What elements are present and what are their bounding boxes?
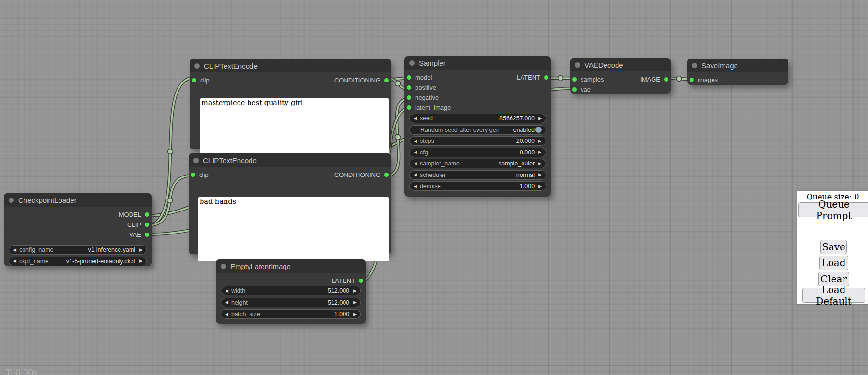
decrement-arrow-icon[interactable]: ◀ xyxy=(13,259,16,263)
input-slot-samples[interactable]: samples xyxy=(572,76,604,83)
increment-arrow-icon[interactable]: ▶ xyxy=(353,289,357,293)
decrement-arrow-icon[interactable]: ◀ xyxy=(414,173,417,177)
output-slot-model[interactable]: MODEL xyxy=(4,210,152,219)
decrement-arrow-icon[interactable]: ◀ xyxy=(13,248,16,252)
node-title-bar[interactable]: CLIPTextEncode xyxy=(189,153,391,167)
node-title-bar[interactable]: CheckpointLoader xyxy=(4,193,152,207)
input-slot-clip[interactable]: clip xyxy=(191,171,209,178)
output-slot-latent[interactable]: LATENT xyxy=(517,74,548,81)
slot-dot[interactable] xyxy=(359,279,363,283)
widget-label: batch_size xyxy=(231,311,260,317)
increment-arrow-icon[interactable]: ▶ xyxy=(538,139,542,143)
decrement-arrow-icon[interactable]: ◀ xyxy=(225,312,228,316)
node-canvas[interactable]: T: 0.00s xyxy=(0,0,868,375)
slot-dot[interactable] xyxy=(544,75,548,80)
node-title-bar[interactable]: CLIPTextEncode xyxy=(190,59,391,72)
decrement-arrow-icon[interactable]: ◀ xyxy=(414,184,417,188)
toggle-indicator-icon[interactable] xyxy=(535,127,542,133)
collapse-dot-icon[interactable] xyxy=(692,63,697,68)
collapse-dot-icon[interactable] xyxy=(9,198,14,203)
prompt-textarea[interactable]: masterpiece best quality girl xyxy=(200,98,389,155)
collapse-dot-icon[interactable] xyxy=(409,60,415,66)
collapse-dot-icon[interactable] xyxy=(193,158,199,163)
increment-arrow-icon[interactable]: ▶ xyxy=(538,162,542,166)
slot-dot[interactable] xyxy=(145,233,149,237)
decrement-arrow-icon[interactable]: ◀ xyxy=(414,162,417,166)
widget-height[interactable]: ◀ height 512.000 ▶ xyxy=(221,298,361,307)
decrement-arrow-icon[interactable]: ◀ xyxy=(414,117,417,121)
widget-steps[interactable]: ◀ steps 20.000 ▶ xyxy=(409,136,546,146)
node-emptylatentimage[interactable]: EmptyLatentImage LATENT ◀ width 512.000 … xyxy=(216,259,366,324)
node-vaedecode[interactable]: VAEDecode samples IMAGE vae xyxy=(570,58,671,94)
widget-value: 512.000 xyxy=(328,299,349,306)
input-slot-negative[interactable]: negative xyxy=(404,93,551,102)
slot-dot[interactable] xyxy=(407,95,411,100)
increment-arrow-icon[interactable]: ▶ xyxy=(353,312,357,316)
increment-arrow-icon[interactable]: ▶ xyxy=(139,259,143,263)
slot-dot[interactable] xyxy=(191,173,195,177)
widget-config-name[interactable]: ◀ config_name v1-inference.yaml ▶ xyxy=(9,245,147,255)
slot-dot[interactable] xyxy=(407,85,411,90)
increment-arrow-icon[interactable]: ▶ xyxy=(538,117,542,121)
output-slot-conditioning[interactable]: CONDITIONING xyxy=(334,171,389,178)
widget-random-seed-toggle[interactable]: Random seed after every gen enabled xyxy=(409,125,546,135)
slot-dot[interactable] xyxy=(572,87,577,92)
collapse-dot-icon[interactable] xyxy=(575,62,580,68)
collapse-dot-icon[interactable] xyxy=(194,63,200,69)
node-saveimage[interactable]: SaveImage images xyxy=(687,59,788,85)
input-slot-clip[interactable]: clip xyxy=(192,77,210,84)
node-title-bar[interactable]: EmptyLatentImage xyxy=(216,259,366,273)
slot-dot[interactable] xyxy=(192,78,196,82)
slot-dot[interactable] xyxy=(664,77,668,82)
input-slot-vae[interactable]: vae xyxy=(570,84,671,94)
widget-ckpt-name[interactable]: ◀ ckpt_name v1-5-pruned-emaonly.ckpt ▶ xyxy=(9,257,147,266)
queue-prompt-button[interactable]: Queue Prompt xyxy=(798,202,868,217)
node-cliptextencode-positive[interactable]: CLIPTextEncode clip CONDITIONING masterp… xyxy=(190,59,391,149)
widget-sampler-name[interactable]: ◀ sampler_name sample_euler ▶ xyxy=(409,159,546,168)
decrement-arrow-icon[interactable]: ◀ xyxy=(414,150,417,154)
increment-arrow-icon[interactable]: ▶ xyxy=(353,300,357,305)
collapse-dot-icon[interactable] xyxy=(221,264,226,269)
output-slot-clip[interactable]: CLIP xyxy=(4,220,152,229)
save-button[interactable]: Save xyxy=(820,240,847,254)
output-slot-image[interactable]: IMAGE xyxy=(640,76,668,83)
load-button[interactable]: Load xyxy=(819,256,848,270)
output-slot-vae[interactable]: VAE xyxy=(4,230,152,239)
slot-dot[interactable] xyxy=(384,78,389,82)
widget-denoise[interactable]: ◀ denoise 1.000 ▶ xyxy=(409,181,546,191)
decrement-arrow-icon[interactable]: ◀ xyxy=(225,300,228,305)
node-checkpointloader[interactable]: CheckpointLoader MODEL CLIP VAE ◀ config… xyxy=(4,193,152,266)
output-slot-conditioning[interactable]: CONDITIONING xyxy=(334,77,389,84)
widget-scheduler[interactable]: ◀ scheduler normal ▶ xyxy=(409,170,546,180)
input-slot-latent-image[interactable]: latent_image xyxy=(404,103,551,112)
increment-arrow-icon[interactable]: ▶ xyxy=(139,248,143,252)
slot-dot[interactable] xyxy=(407,105,411,110)
increment-arrow-icon[interactable]: ▶ xyxy=(538,184,542,188)
output-slot-latent[interactable]: LATENT xyxy=(216,276,366,285)
node-sampler[interactable]: Sampler model LATENT positive negative l… xyxy=(404,56,551,197)
increment-arrow-icon[interactable]: ▶ xyxy=(538,173,542,177)
node-cliptextencode-negative[interactable]: CLIPTextEncode clip CONDITIONING bad han… xyxy=(189,153,391,254)
widget-width[interactable]: ◀ width 512.000 ▶ xyxy=(221,286,361,295)
load-default-button[interactable]: Load Default xyxy=(802,288,865,303)
widget-value: v1-5-pruned-emaonly.ckpt xyxy=(66,258,135,265)
slot-dot[interactable] xyxy=(690,78,694,82)
slot-dot[interactable] xyxy=(145,223,149,227)
node-title-bar[interactable]: SaveImage xyxy=(687,59,788,72)
slot-dot[interactable] xyxy=(145,212,149,217)
prompt-textarea[interactable]: bad hands xyxy=(198,197,389,261)
node-title-bar[interactable]: VAEDecode xyxy=(570,58,671,71)
widget-seed[interactable]: ◀ seed 8566257.000 ▶ xyxy=(409,114,546,123)
input-slot-positive[interactable]: positive xyxy=(404,82,551,92)
widget-batch-size[interactable]: ◀ batch_size 1.000 ▶ xyxy=(221,309,361,319)
increment-arrow-icon[interactable]: ▶ xyxy=(538,150,542,154)
input-slot-model[interactable]: model xyxy=(407,74,432,81)
decrement-arrow-icon[interactable]: ◀ xyxy=(225,289,228,293)
slot-dot[interactable] xyxy=(384,173,389,177)
slot-dot[interactable] xyxy=(407,75,411,80)
decrement-arrow-icon[interactable]: ◀ xyxy=(414,139,417,143)
slot-dot[interactable] xyxy=(572,77,577,82)
widget-cfg[interactable]: ◀ cfg 8.000 ▶ xyxy=(409,148,546,157)
node-title-bar[interactable]: Sampler xyxy=(404,56,551,70)
input-slot-images[interactable]: images xyxy=(687,75,788,84)
